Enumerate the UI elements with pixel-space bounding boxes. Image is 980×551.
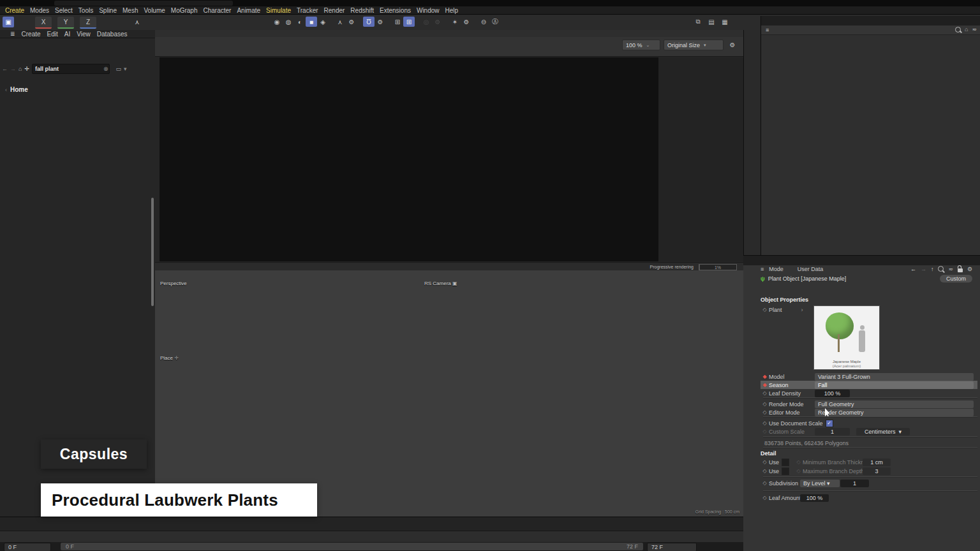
render-button[interactable]: ▤ [706, 17, 717, 27]
leaf-amount-field[interactable]: 100 % [800, 494, 829, 502]
mode-menu[interactable]: Mode [769, 266, 783, 272]
dropdown-icon[interactable]: ▾ [124, 66, 127, 72]
live-selection-icon[interactable]: ◉ [271, 17, 283, 27]
menu-select[interactable]: Select [55, 7, 73, 14]
filter-icon[interactable]: ≂ [972, 26, 977, 33]
clear-search-icon[interactable]: ⊗ [103, 66, 108, 72]
expand-arrow-icon[interactable]: › [801, 307, 803, 313]
menu-redshift[interactable]: Redshift [350, 7, 374, 14]
gear-icon[interactable]: ⚙ [461, 17, 472, 27]
hamburger-icon[interactable]: ≡ [766, 27, 769, 33]
database-icon[interactable]: ▭ [116, 66, 122, 72]
subdivision-field[interactable]: 1 [840, 480, 869, 487]
axis-z-button[interactable]: Z [80, 17, 96, 29]
menu-mesh[interactable]: Mesh [122, 7, 138, 14]
animated-diamond-icon[interactable]: ◆ [761, 374, 769, 379]
forward-icon[interactable]: → [921, 266, 926, 272]
menu-modes[interactable]: Modes [30, 7, 49, 14]
key-diamond-icon[interactable]: ◇ [761, 307, 769, 312]
user-data-menu[interactable]: User Data [798, 266, 824, 272]
range-slider[interactable]: 0 F 72 F [61, 543, 643, 550]
viewport-tool-label[interactable]: Place ✛ [160, 355, 179, 361]
animated-diamond-icon[interactable]: ◆ [761, 382, 769, 388]
menu-render[interactable]: Render [324, 7, 345, 14]
asset-menu-databases[interactable]: Databases [97, 31, 128, 38]
model-dropdown[interactable]: Variant 3 Full-Grown [815, 373, 974, 381]
breadcrumb-home[interactable]: Home [10, 86, 28, 93]
add-icon[interactable]: ✛ [24, 66, 29, 72]
key-diamond-icon[interactable]: ◇ [761, 390, 769, 396]
zoom-spinner[interactable]: 100 %⌄ [622, 40, 660, 50]
hamburger-icon[interactable]: ≡ [761, 266, 764, 272]
workplane-icon[interactable]: ◎ [420, 17, 432, 27]
key-diamond-icon[interactable]: ◇ [761, 409, 769, 415]
disable-icon[interactable]: ⊖ [478, 17, 489, 27]
home-icon[interactable]: ⌂ [19, 66, 22, 72]
move-icon[interactable]: ◍ [283, 17, 294, 27]
menu-animate[interactable]: Animate [237, 7, 260, 14]
gear-icon[interactable]: ⚙ [432, 17, 443, 27]
key-diamond-icon[interactable]: ◇ [761, 495, 769, 501]
editor-mode-dropdown[interactable]: Render Geometry [815, 409, 974, 416]
back-icon[interactable]: ← [910, 266, 916, 272]
hierarchy-icon[interactable]: ⋏ [334, 17, 346, 27]
breadcrumb-back-icon[interactable]: ‹ [5, 87, 7, 93]
gear-icon[interactable]: ⚙ [967, 266, 972, 272]
range-end-field[interactable]: 72 F [647, 543, 697, 551]
season-dropdown[interactable]: Fall [815, 381, 974, 389]
asset-menu-create[interactable]: Create [22, 31, 41, 38]
viewport-camera-label[interactable]: RS Camera ▣ [424, 281, 457, 286]
menu-extensions[interactable]: Extensions [380, 7, 411, 14]
up-icon[interactable]: ↑ [931, 266, 934, 272]
render-settings-button[interactable]: ▦ [719, 17, 731, 27]
min-branch-use-checkbox[interactable] [782, 459, 789, 466]
menu-tracker[interactable]: Tracker [297, 7, 318, 14]
asset-menu-edit[interactable]: Edit [47, 31, 58, 38]
search-icon[interactable] [955, 27, 961, 33]
range-start-field[interactable]: 0 F [4, 543, 51, 551]
scale-icon[interactable]: ◐ [294, 17, 306, 27]
home-icon[interactable]: ⌂ [965, 26, 968, 33]
menu-volume[interactable]: Volume [144, 7, 165, 14]
key-diamond-icon[interactable]: ◇ [761, 420, 769, 426]
search-icon[interactable] [938, 266, 944, 272]
symmetry-icon[interactable]: ✶ [449, 17, 461, 27]
search-input[interactable] [32, 64, 110, 74]
filter-icon[interactable]: ≂ [948, 266, 953, 272]
key-diamond-icon[interactable]: ◇ [761, 480, 769, 486]
axis-y-button[interactable]: Y [57, 17, 74, 29]
menu-character[interactable]: Character [204, 7, 232, 14]
key-diamond-icon[interactable]: ◇ [761, 468, 769, 474]
last-tool-button[interactable]: ▣ [3, 17, 14, 27]
gear-icon[interactable]: ⚙ [727, 40, 738, 50]
asset-scrollbar[interactable] [151, 198, 154, 306]
menu-mograph[interactable]: MoGraph [171, 7, 198, 14]
viewport-view-label[interactable]: Perspective [160, 281, 187, 286]
model-mode-icon[interactable]: ■ [306, 17, 317, 27]
leaf-density-field[interactable]: 100 % [815, 390, 850, 397]
auto-icon[interactable]: Ⓐ [489, 17, 501, 27]
subdivision-mode-dropdown[interactable]: By Level ▾ [800, 480, 840, 487]
size-dropdown[interactable]: Original Size▾ [664, 40, 724, 50]
magnet-icon[interactable]: Ʊ [363, 17, 375, 27]
asset-menu-ai[interactable]: AI [64, 31, 70, 38]
perspective-viewport[interactable]: Perspective RS Camera ▣ Place ✛ Grid Spa… [155, 270, 743, 517]
render-mode-dropdown[interactable]: Full Geometry [815, 400, 974, 408]
axis-x-button[interactable]: X [35, 17, 52, 29]
menu-tools[interactable]: Tools [78, 7, 93, 14]
plant-preview-thumbnail[interactable]: Japanese Maple (Acer palmatum) [813, 305, 880, 370]
gear-icon[interactable]: ⚙ [346, 17, 357, 27]
quantize-icon[interactable]: ⊞ [403, 17, 415, 27]
lock-icon[interactable] [958, 268, 963, 272]
rotate-icon[interactable]: ◈ [317, 17, 329, 27]
timeline-ruler[interactable] [0, 531, 743, 543]
menu-spline[interactable]: Spline [99, 7, 117, 14]
back-arrow-icon[interactable]: ← [2, 66, 8, 72]
menu-window[interactable]: Window [417, 7, 440, 14]
gear-icon[interactable]: ⚙ [375, 17, 386, 27]
custom-button[interactable]: Custom [940, 275, 972, 283]
render-view-button[interactable]: ⧉ [692, 17, 704, 27]
list-icon[interactable]: ≣ [10, 31, 15, 37]
max-branch-use-checkbox[interactable] [782, 467, 789, 475]
menu-help[interactable]: Help [445, 7, 459, 14]
